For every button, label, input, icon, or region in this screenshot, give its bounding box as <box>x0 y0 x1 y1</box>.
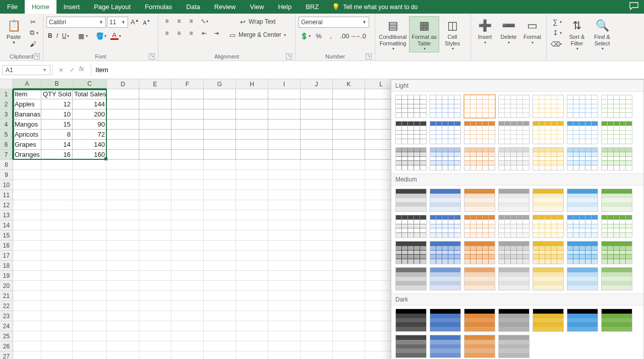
menu-tab-page-layout[interactable]: Page Layout <box>87 0 138 14</box>
cell[interactable] <box>107 180 139 190</box>
table-style-swatch[interactable] <box>533 241 564 264</box>
row-header[interactable]: 11 <box>0 190 13 200</box>
cell[interactable]: 140 <box>73 140 107 150</box>
cell[interactable] <box>236 271 268 281</box>
cell[interactable] <box>107 119 139 130</box>
cell[interactable] <box>204 351 236 359</box>
cell[interactable] <box>268 341 301 351</box>
cell[interactable] <box>204 150 236 160</box>
row-header[interactable]: 2 <box>0 99 13 109</box>
cell[interactable] <box>139 130 171 140</box>
cell[interactable] <box>236 130 268 140</box>
cell[interactable] <box>139 321 171 331</box>
cell[interactable] <box>301 119 333 130</box>
cell[interactable] <box>236 220 268 230</box>
cell[interactable] <box>236 140 268 150</box>
cell[interactable] <box>268 190 301 200</box>
table-style-swatch[interactable] <box>601 147 632 170</box>
percent-button[interactable]: % <box>313 31 324 41</box>
cell[interactable] <box>171 291 204 301</box>
row-header[interactable]: 8 <box>0 160 13 170</box>
table-style-swatch[interactable] <box>601 309 632 332</box>
cell[interactable] <box>268 261 301 271</box>
delete-cells-button[interactable]: ➖Delete▾ <box>498 17 519 46</box>
cell[interactable] <box>268 99 301 109</box>
clipboard-launcher[interactable]: ↘ <box>34 53 40 59</box>
wrap-text-button[interactable]: ↩Wrap Text <box>227 17 287 27</box>
cell[interactable]: QTY Sold <box>41 89 73 99</box>
cell[interactable] <box>268 311 301 321</box>
cell[interactable] <box>236 230 268 241</box>
cell[interactable] <box>204 130 236 140</box>
table-style-swatch[interactable] <box>498 189 530 212</box>
cell[interactable] <box>333 140 365 150</box>
table-style-swatch[interactable] <box>430 241 461 264</box>
cell[interactable] <box>107 351 139 359</box>
cell[interactable] <box>73 230 107 241</box>
row-header[interactable]: 24 <box>0 321 13 331</box>
table-style-swatch[interactable] <box>464 215 495 238</box>
table-style-swatch[interactable] <box>601 241 632 264</box>
cell[interactable] <box>41 230 73 241</box>
cell[interactable] <box>333 130 365 140</box>
cell[interactable] <box>204 230 236 241</box>
cell[interactable] <box>236 251 268 261</box>
paste-button[interactable]: 📋 Paste ▼ <box>3 17 24 46</box>
cell[interactable] <box>204 241 236 251</box>
cell[interactable] <box>41 241 73 251</box>
cell[interactable] <box>13 170 41 180</box>
formula-input[interactable] <box>91 64 644 76</box>
cell[interactable]: 144 <box>73 99 107 109</box>
cell[interactable] <box>139 261 171 271</box>
table-style-swatch[interactable] <box>464 189 495 212</box>
cell[interactable] <box>41 210 73 220</box>
cell[interactable] <box>139 291 171 301</box>
cell[interactable] <box>333 261 365 271</box>
cell[interactable]: 90 <box>73 119 107 130</box>
cell[interactable] <box>204 281 236 291</box>
format-cells-button[interactable]: ▭Format▾ <box>521 17 543 46</box>
cell[interactable] <box>333 119 365 130</box>
table-style-swatch[interactable] <box>430 309 461 332</box>
row-header[interactable]: 4 <box>0 119 13 130</box>
cell[interactable] <box>107 170 139 180</box>
cell[interactable] <box>73 180 107 190</box>
cell[interactable] <box>333 180 365 190</box>
cell[interactable] <box>268 271 301 281</box>
cell[interactable] <box>41 160 73 170</box>
cell[interactable] <box>41 180 73 190</box>
cell[interactable] <box>13 230 41 241</box>
cell[interactable] <box>107 160 139 170</box>
cell[interactable] <box>333 311 365 321</box>
cell[interactable] <box>41 331 73 341</box>
cell[interactable] <box>107 89 139 99</box>
cell[interactable] <box>13 160 41 170</box>
cell[interactable] <box>268 160 301 170</box>
cell[interactable] <box>73 291 107 301</box>
cell[interactable] <box>301 341 333 351</box>
cell[interactable] <box>13 271 41 281</box>
align-center-button[interactable]: ≡ <box>173 29 185 38</box>
cell[interactable] <box>301 160 333 170</box>
cell[interactable] <box>13 200 41 210</box>
cell[interactable] <box>204 341 236 351</box>
insert-cells-button[interactable]: ➕Insert▾ <box>474 17 496 46</box>
cell[interactable] <box>139 160 171 170</box>
cell[interactable] <box>268 301 301 311</box>
number-format-combo[interactable]: General▼ <box>299 17 369 28</box>
cell[interactable]: Apples <box>13 99 41 109</box>
table-style-swatch[interactable] <box>601 215 632 238</box>
cell[interactable] <box>139 341 171 351</box>
cell[interactable] <box>41 251 73 261</box>
cell[interactable] <box>171 281 204 291</box>
cell[interactable] <box>139 210 171 220</box>
cell[interactable] <box>236 241 268 251</box>
cell[interactable]: 12 <box>41 99 73 109</box>
cell[interactable] <box>13 311 41 321</box>
cell[interactable] <box>107 331 139 341</box>
menu-tab-data[interactable]: Data <box>179 0 207 14</box>
cell[interactable] <box>268 321 301 331</box>
table-style-swatch[interactable] <box>567 121 598 144</box>
cell[interactable] <box>41 321 73 331</box>
cell[interactable] <box>73 271 107 281</box>
